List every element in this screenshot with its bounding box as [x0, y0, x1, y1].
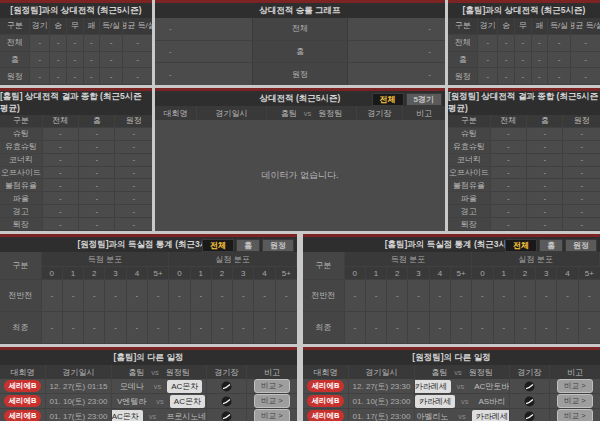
stadium-icon[interactable] — [221, 396, 232, 407]
compare-button[interactable]: 비교 > — [254, 394, 289, 408]
compare-button[interactable]: 비교 > — [557, 409, 592, 421]
value-cell: - — [148, 312, 169, 344]
league-badge: 세리에B — [4, 395, 42, 407]
value-cell: - — [532, 35, 549, 52]
home-team-name: AC몬차 — [112, 410, 143, 421]
value-cell: - — [498, 68, 515, 85]
panel-title-bar: [홈팀] 상대전적 결과 종합 (최근5시즌 평균) — [0, 91, 152, 115]
goals-table-body: 전반전------------최종------------ — [0, 280, 297, 344]
panel-title-bar: [원정팀] 상대전적 결과 종합 (최근5시즌 평균) — [448, 91, 600, 115]
match-datetime: 12. 27(토) 01:15 — [46, 379, 112, 393]
value-cell: - — [491, 141, 527, 154]
value-cell: - — [579, 280, 600, 312]
winrate-row-label: 전체 — [252, 18, 348, 40]
column-header: 홈 — [527, 115, 563, 128]
match-datetime: 01. 10(토) 23:00 — [46, 394, 112, 408]
tab-원정[interactable]: 원정 — [565, 239, 597, 252]
home-team-header: 홈팀 — [128, 367, 144, 378]
goals-vs-home-table: 구분득점 분포실점 분포012345+012345+전반전-----------… — [303, 252, 600, 344]
table-row: 파울--- — [0, 192, 152, 205]
row-label: 전반전 — [303, 280, 345, 312]
value-cell: - — [478, 35, 498, 52]
table-header-row: 구분경기승무패득/실평균 득/실 — [448, 18, 600, 35]
value-cell: - — [84, 312, 105, 344]
tab-원정[interactable]: 원정 — [262, 239, 294, 252]
bin-header: 4 — [254, 267, 275, 280]
value-cell: - — [515, 35, 532, 52]
value-cell: - — [548, 52, 571, 69]
h2h-vs-home-table: 구분경기승무패득/실평균 득/실전체------홈------원정------ — [448, 18, 600, 85]
value-cell: - — [548, 35, 571, 52]
league-badge: 세리에B — [307, 380, 345, 392]
stadium-column-header: 경기장 — [357, 106, 403, 120]
tab-전체[interactable]: 전체 — [505, 239, 537, 252]
league-cell: 세리에B — [303, 379, 349, 393]
value-cell: - — [345, 280, 366, 312]
row-label: 유효슈팅 — [0, 141, 43, 154]
compare-button[interactable]: 비교 > — [557, 379, 592, 393]
column-header: 전체 — [43, 115, 79, 128]
value-cell: - — [563, 192, 599, 205]
value-cell: - — [536, 312, 557, 344]
winrate-away-value: - — [348, 41, 445, 63]
bin-header: 1 — [366, 267, 387, 280]
stadium-icon[interactable] — [221, 411, 232, 421]
column-header: 무 — [515, 18, 532, 35]
value-cell: - — [563, 128, 599, 141]
value-cell: - — [276, 312, 297, 344]
note-cell: 비교 > — [247, 409, 297, 421]
value-cell: - — [472, 280, 493, 312]
winrate-table: -전체--홈--원정- — [155, 18, 445, 85]
tab-홈[interactable]: 홈 — [539, 239, 563, 252]
datetime-column-header: 경기일시 — [349, 365, 415, 379]
compare-button[interactable]: 비교 > — [254, 409, 289, 421]
stadium-icon[interactable] — [524, 396, 535, 407]
match-cell: 모데나vsAC몬차 — [112, 379, 207, 393]
away-team-name: AS바리 — [474, 395, 509, 408]
vs-label: vs — [304, 109, 312, 118]
compare-button[interactable]: 비교 > — [557, 394, 592, 408]
tab-홈[interactable]: 홈 — [236, 239, 260, 252]
bin-header: 1 — [191, 267, 212, 280]
value-cell: - — [478, 68, 498, 85]
value-cell: - — [515, 68, 532, 85]
value-cell: - — [79, 218, 115, 231]
bin-header: 2 — [212, 267, 233, 280]
vs-label: vs — [454, 368, 462, 377]
winrate-row-label: 원정 — [252, 63, 348, 85]
schedule-home-rows: 세리에B12. 27(토) 01:15모데나vsAC몬차비교 >세리에B01. … — [0, 379, 297, 421]
match-analysis-page: [원정팀]과의 상대전적 (최근5시즌) 구분경기승무패득/실평균 득/실전체-… — [0, 0, 600, 421]
away-team-name: 프로시노네 — [162, 410, 207, 421]
group-header: 득점 분포 — [345, 252, 473, 267]
column-header: 구분 — [448, 115, 491, 128]
bin-header: 3 — [105, 267, 126, 280]
table-header-row: 구분전체홈원정 — [0, 115, 152, 128]
stadium-icon[interactable] — [221, 381, 232, 392]
tab-전체[interactable]: 전체 — [202, 239, 234, 252]
value-cell: - — [30, 68, 50, 85]
tab-5경기[interactable]: 5경기 — [406, 93, 442, 106]
value-cell: - — [212, 280, 233, 312]
goals-vs-away-tabs: 전체홈원정 — [202, 239, 294, 252]
winrate-row-label: 홈 — [252, 41, 348, 63]
compare-button[interactable]: 비교 > — [254, 379, 289, 393]
bin-header: 4 — [127, 267, 148, 280]
stadium-icon[interactable] — [524, 381, 535, 392]
league-column-header: 대회명 — [0, 365, 46, 379]
value-cell: - — [491, 154, 527, 167]
panel-title-bar: [원정팀]과의 상대전적 (최근5시즌) — [0, 3, 152, 18]
table-row: 슈팅--- — [448, 128, 600, 141]
value-cell: - — [123, 52, 152, 69]
value-cell: - — [563, 154, 599, 167]
value-cell: - — [115, 205, 151, 218]
schedule-row: 세리에B12. 27(토) 01:15모데나vsAC몬차비교 > — [0, 379, 297, 394]
panel-title: 상대전적 (최근5시즌) — [260, 93, 341, 105]
value-cell: - — [536, 280, 557, 312]
stadium-icon[interactable] — [524, 411, 535, 421]
tab-전체[interactable]: 전체 — [372, 93, 404, 106]
value-cell: - — [387, 312, 408, 344]
panel-title: [홈팀] 상대전적 결과 종합 (최근5시즌 평균) — [0, 91, 152, 115]
value-cell: - — [451, 312, 472, 344]
winrate-away-value: - — [348, 18, 445, 40]
panel-title-bar: 상대전적 (최근5시즌) 전체5경기 — [155, 91, 445, 106]
